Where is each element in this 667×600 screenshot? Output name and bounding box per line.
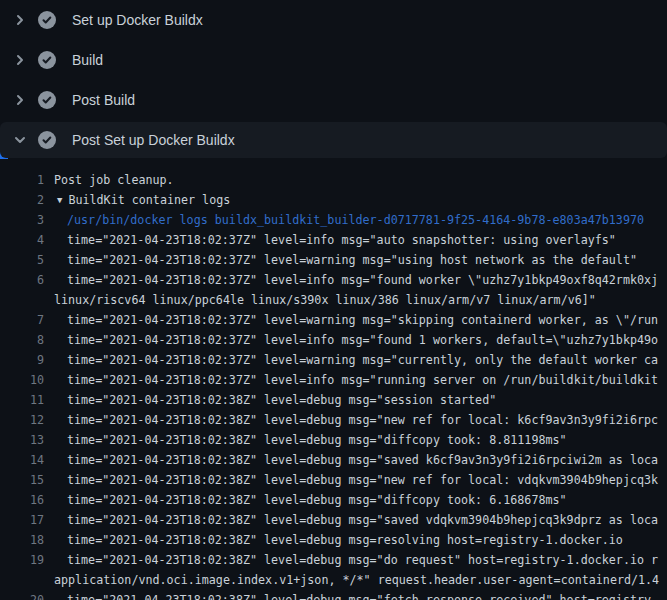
command-text: /usr/bin/docker logs buildx_buildkit_bui… [67, 210, 644, 230]
log-line: 18time="2021-04-23T18:02:38Z" level=debu… [0, 530, 667, 550]
log-line: 6time="2021-04-23T18:02:37Z" level=info … [0, 270, 667, 290]
log-text: time="2021-04-23T18:02:37Z" level=info m… [67, 330, 658, 350]
log-line: 15time="2021-04-23T18:02:38Z" level=debu… [0, 470, 667, 490]
step-label: Set up Docker Buildx [72, 12, 203, 28]
line-number: 12 [0, 410, 44, 430]
step-label: Post Set up Docker Buildx [72, 132, 235, 148]
line-number [0, 570, 44, 590]
log-text: time="2021-04-23T18:02:38Z" level=debug … [67, 390, 496, 410]
log-line: 5time="2021-04-23T18:02:37Z" level=warni… [0, 250, 667, 270]
chevron-down-icon[interactable] [12, 132, 28, 148]
step-row-1[interactable]: Build [0, 40, 667, 80]
log-line: 19time="2021-04-23T18:02:38Z" level=debu… [0, 550, 667, 570]
line-number: 4 [0, 230, 44, 250]
line-number: 9 [0, 350, 44, 370]
log-line: 7time="2021-04-23T18:02:37Z" level=warni… [0, 310, 667, 330]
log-line: 1Post job cleanup. [0, 170, 667, 190]
line-number [0, 290, 44, 310]
steps-list: Set up Docker BuildxBuildPost BuildPost … [0, 0, 667, 158]
line-number: 20 [0, 590, 44, 600]
log-line: 12time="2021-04-23T18:02:38Z" level=debu… [0, 410, 667, 430]
chevron-right-icon[interactable] [12, 12, 28, 28]
chevron-right-icon[interactable] [12, 92, 28, 108]
line-number: 1 [0, 170, 44, 190]
log-text: time="2021-04-23T18:02:38Z" level=debug … [67, 450, 658, 470]
line-number: 13 [0, 430, 44, 450]
log-text: time="2021-04-23T18:02:37Z" level=info m… [67, 270, 658, 290]
log-line: 16time="2021-04-23T18:02:38Z" level=debu… [0, 490, 667, 510]
triangle-down-icon[interactable]: ▼ [57, 190, 62, 210]
line-number: 16 [0, 490, 44, 510]
log-line: 3/usr/bin/docker logs buildx_buildkit_bu… [0, 210, 667, 230]
step-row-3[interactable]: Post Set up Docker Buildx [0, 122, 667, 158]
line-number: 18 [0, 530, 44, 550]
check-circle-icon [38, 11, 56, 29]
log-lines: 1Post job cleanup.2▼BuildKit container l… [0, 160, 667, 600]
log-line: 9time="2021-04-23T18:02:37Z" level=warni… [0, 350, 667, 370]
line-number: 15 [0, 470, 44, 490]
log-line: 2▼BuildKit container logs [0, 190, 667, 210]
log-line: 8time="2021-04-23T18:02:37Z" level=info … [0, 330, 667, 350]
line-number: 3 [0, 210, 44, 230]
line-number: 7 [0, 310, 44, 330]
check-circle-icon [38, 131, 56, 149]
log-text: time="2021-04-23T18:02:38Z" level=debug … [67, 470, 658, 490]
line-number: 5 [0, 250, 44, 270]
log-line: 4time="2021-04-23T18:02:37Z" level=info … [0, 230, 667, 250]
log-text: time="2021-04-23T18:02:38Z" level=debug … [67, 510, 658, 530]
log-line: 11time="2021-04-23T18:02:38Z" level=debu… [0, 390, 667, 410]
log-text: linux/riscv64 linux/ppc64le linux/s390x … [54, 290, 596, 310]
check-circle-icon [38, 51, 56, 69]
line-number: 17 [0, 510, 44, 530]
log-line: application/vnd.oci.image.index.v1+json,… [0, 570, 667, 590]
step-label: Post Build [72, 92, 135, 108]
log-text: application/vnd.oci.image.index.v1+json,… [54, 570, 659, 590]
log-text: time="2021-04-23T18:02:38Z" level=debug … [67, 530, 623, 550]
log-text: time="2021-04-23T18:02:37Z" level=warnin… [67, 250, 637, 270]
line-number: 14 [0, 450, 44, 470]
log-text: time="2021-04-23T18:02:38Z" level=debug … [67, 590, 658, 600]
log-line: 17time="2021-04-23T18:02:38Z" level=debu… [0, 510, 667, 530]
line-number: 10 [0, 370, 44, 390]
log-text: time="2021-04-23T18:02:37Z" level=info m… [67, 370, 658, 390]
line-number: 19 [0, 550, 44, 570]
log-text: time="2021-04-23T18:02:38Z" level=debug … [67, 430, 567, 450]
log-text: Post job cleanup. [54, 170, 174, 190]
step-row-0[interactable]: Set up Docker Buildx [0, 0, 667, 40]
log-text: time="2021-04-23T18:02:37Z" level=warnin… [67, 310, 658, 330]
log-line: 14time="2021-04-23T18:02:38Z" level=debu… [0, 450, 667, 470]
log-text: time="2021-04-23T18:02:37Z" level=warnin… [67, 350, 658, 370]
log-text: time="2021-04-23T18:02:38Z" level=debug … [67, 410, 658, 430]
log-line: 10time="2021-04-23T18:02:37Z" level=info… [0, 370, 667, 390]
line-number: 11 [0, 390, 44, 410]
log-line: linux/riscv64 linux/ppc64le linux/s390x … [0, 290, 667, 310]
line-number: 6 [0, 270, 44, 290]
log-text: time="2021-04-23T18:02:37Z" level=info m… [67, 230, 616, 250]
check-circle-icon [38, 91, 56, 109]
step-label: Build [72, 52, 103, 68]
log-text: time="2021-04-23T18:02:38Z" level=debug … [67, 550, 658, 570]
log-text[interactable]: ▼BuildKit container logs [57, 190, 230, 210]
log-text: time="2021-04-23T18:02:38Z" level=debug … [67, 490, 567, 510]
log-line: 20time="2021-04-23T18:02:38Z" level=debu… [0, 590, 667, 600]
chevron-right-icon[interactable] [12, 52, 28, 68]
log-line: 13time="2021-04-23T18:02:38Z" level=debu… [0, 430, 667, 450]
step-row-2[interactable]: Post Build [0, 80, 667, 120]
line-number: 2 [0, 190, 44, 210]
line-number: 8 [0, 330, 44, 350]
